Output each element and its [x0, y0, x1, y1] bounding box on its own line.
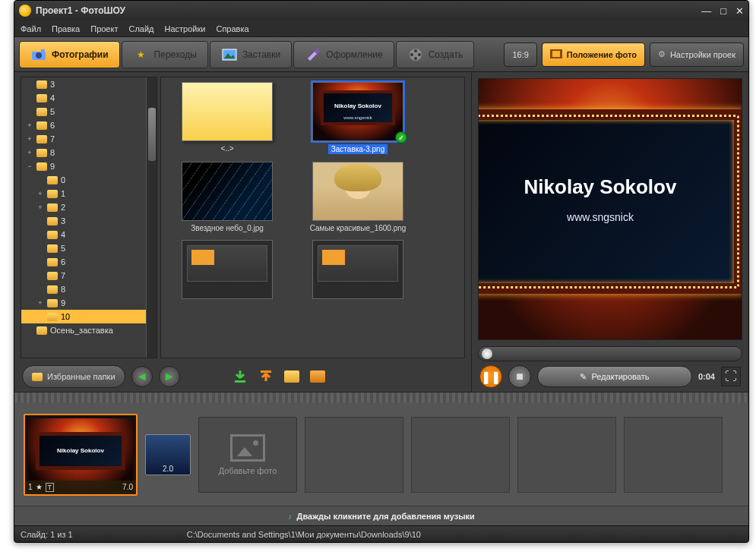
- tree-row[interactable]: 4: [21, 228, 157, 241]
- stop-button[interactable]: ■: [508, 365, 531, 388]
- timeline-slide[interactable]: Nikolay Sokolov 1 ★ T 7.0: [24, 414, 138, 496]
- nav-back-button[interactable]: ◄: [131, 366, 153, 387]
- tree-row[interactable]: +1: [21, 187, 157, 200]
- tab-design[interactable]: Оформление: [293, 41, 394, 68]
- tree-twisty-icon[interactable]: +: [26, 149, 33, 156]
- statusbar: Слайд: 1 из 1 C:\Documents and Settings\…: [14, 525, 748, 542]
- tree-twisty-icon[interactable]: +: [36, 203, 44, 211]
- folder-tree[interactable]: 345+6+7+8−90+1+2345678+910Осень_заставка: [21, 77, 157, 358]
- text-icon[interactable]: T: [46, 483, 55, 492]
- tab-splashes-label: Заставки: [242, 49, 280, 60]
- preview-canvas[interactable]: Nikolay Sokolov www.sngsnick: [478, 78, 742, 340]
- tab-transitions[interactable]: ★ Переходы: [122, 41, 208, 68]
- empty-slot[interactable]: [517, 417, 616, 493]
- preview-scrubber[interactable]: [478, 346, 742, 361]
- tree-row[interactable]: 5: [21, 105, 157, 118]
- tree-row[interactable]: Осень_заставка: [21, 323, 157, 337]
- thumb-image: [312, 162, 403, 221]
- folder-icon: [47, 299, 58, 307]
- maximize-button[interactable]: □: [720, 5, 726, 17]
- tree-row[interactable]: 6: [21, 255, 157, 269]
- slide-index: 1: [28, 483, 33, 491]
- download-button[interactable]: [230, 367, 250, 386]
- nav-forward-button[interactable]: ►: [159, 366, 180, 387]
- tree-scrollbar[interactable]: [146, 77, 157, 358]
- tree-row[interactable]: −9: [21, 159, 157, 173]
- svg-point-8: [414, 57, 417, 60]
- empty-slot[interactable]: [411, 417, 510, 493]
- photo-position-button[interactable]: Положение фото: [542, 43, 645, 67]
- left-pane: 345+6+7+8−90+1+2345678+910Осень_заставка…: [14, 72, 472, 392]
- menu-project[interactable]: Проект: [90, 24, 118, 33]
- edit-slide-button[interactable]: ✎ Редактировать: [537, 366, 692, 387]
- status-path: C:\Documents and Settings\1\Мои документ…: [187, 530, 421, 539]
- aspect-ratio-button[interactable]: 16:9: [504, 43, 536, 67]
- thumb-item[interactable]: Nikolay Sokolovwww.sngsnick ✓ Заставка-3…: [296, 82, 419, 154]
- file-browser: 345+6+7+8−90+1+2345678+910Осень_заставка…: [14, 72, 471, 361]
- audio-track[interactable]: ♪ Дважды кликните для добавления музыки: [14, 506, 748, 525]
- tree-row[interactable]: +8: [21, 146, 157, 159]
- thumb-item[interactable]: [296, 240, 419, 302]
- tree-row[interactable]: 5: [21, 241, 157, 255]
- project-settings-button[interactable]: ⚙ Настройки проек: [650, 43, 744, 67]
- favorites-button[interactable]: Избранные папки: [22, 365, 125, 388]
- gear-icon: ⚙: [658, 49, 666, 59]
- edit-label: Редактировать: [591, 372, 649, 381]
- thumb-item[interactable]: [166, 240, 289, 302]
- tree-row[interactable]: 0: [21, 173, 157, 187]
- menu-settings[interactable]: Настройки: [165, 24, 206, 33]
- tab-create[interactable]: Создать: [396, 41, 475, 68]
- close-button[interactable]: ✕: [735, 5, 744, 17]
- tree-row[interactable]: +2: [21, 200, 157, 214]
- tree-twisty-icon[interactable]: +: [26, 135, 33, 143]
- status-slide: Слайд: 1 из 1: [21, 530, 73, 539]
- thumb-image: [312, 240, 403, 299]
- tree-row[interactable]: 8: [21, 282, 157, 296]
- tree-row[interactable]: +9: [21, 296, 157, 310]
- tree-row[interactable]: 3: [21, 77, 157, 91]
- thumb-up[interactable]: <..>: [166, 82, 289, 154]
- tree-twisty-icon[interactable]: +: [36, 190, 44, 197]
- menu-edit[interactable]: Правка: [52, 24, 80, 33]
- tab-photos[interactable]: Фотографии: [19, 41, 120, 68]
- app-window: Проект1 - ФотоШОУ — □ ✕ Файл Правка Прое…: [14, 0, 749, 543]
- home-folder-button[interactable]: [308, 367, 327, 386]
- tab-splashes[interactable]: Заставки: [210, 41, 292, 68]
- folder-icon: [47, 231, 58, 239]
- menu-slide[interactable]: Слайд: [128, 24, 153, 33]
- folder-icon: [36, 135, 47, 143]
- star-icon[interactable]: ★: [36, 483, 43, 491]
- thumb-up-label: <..>: [220, 144, 233, 153]
- tree-row[interactable]: 4: [21, 91, 157, 105]
- tree-row[interactable]: +7: [21, 132, 157, 146]
- menu-file[interactable]: Файл: [21, 24, 41, 33]
- tree-twisty-icon[interactable]: +: [36, 299, 44, 307]
- open-folder-button[interactable]: [282, 367, 302, 386]
- placeholder-image-icon: [230, 434, 265, 462]
- tree-row[interactable]: 3: [21, 214, 157, 228]
- tree-row[interactable]: +6: [21, 118, 157, 132]
- minimize-button[interactable]: —: [701, 5, 711, 17]
- preview-pane: Nikolay Sokolov www.sngsnick ❚❚ ■ ✎ Реда…: [472, 72, 748, 392]
- tree-row[interactable]: 7: [21, 269, 157, 282]
- fullscreen-button[interactable]: ⛶: [721, 367, 741, 386]
- thumb-item[interactable]: Звездное небо_0.jpg: [166, 162, 289, 232]
- upload-button[interactable]: [256, 367, 276, 386]
- tree-row[interactable]: 10: [21, 310, 157, 323]
- svg-rect-13: [235, 380, 245, 383]
- tree-label: 4: [61, 230, 65, 239]
- favorites-label: Избранные папки: [47, 372, 115, 381]
- tree-twisty-icon[interactable]: +: [26, 121, 33, 129]
- add-photo-slot[interactable]: Добавьте фото: [198, 417, 297, 493]
- thumb-item[interactable]: Самые красивые_1600.png: [296, 162, 419, 232]
- menu-help[interactable]: Справка: [216, 24, 248, 33]
- tree-twisty-icon[interactable]: −: [26, 162, 33, 170]
- folder-icon: [36, 162, 47, 171]
- timeline-transition[interactable]: 2.0: [145, 434, 191, 475]
- photo-position-icon: [550, 49, 562, 60]
- slides-track[interactable]: Nikolay Sokolov 1 ★ T 7.0 2.0 Добавьте ф…: [14, 403, 748, 506]
- empty-slot[interactable]: [305, 417, 403, 493]
- empty-slot[interactable]: [624, 417, 723, 493]
- pause-button[interactable]: ❚❚: [479, 365, 502, 388]
- photo-position-label: Положение фото: [567, 50, 637, 59]
